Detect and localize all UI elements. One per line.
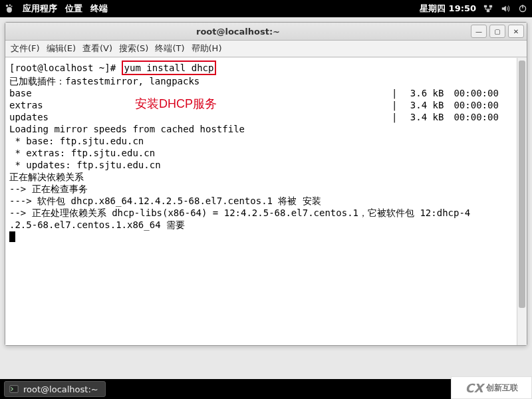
- terminal-line: .2.5-68.el7.centos.1.x86_64 需要: [9, 219, 185, 230]
- terminal-icon: [9, 384, 19, 394]
- network-icon[interactable]: [483, 3, 493, 14]
- terminal-window: root@localhost:~ — ▢ ✕ 文件(F) 编辑(E) 查看(V)…: [5, 22, 527, 346]
- terminal-line: Loading mirror speeds from cached hostfi…: [9, 124, 245, 134]
- menu-help[interactable]: 帮助(H): [192, 43, 222, 55]
- window-titlebar[interactable]: root@localhost:~ — ▢ ✕: [5, 23, 527, 41]
- scrollbar[interactable]: [517, 58, 527, 345]
- scrollbar-thumb[interactable]: [519, 61, 525, 308]
- svg-rect-4: [484, 5, 487, 8]
- terminal-output[interactable]: [root@localhost ~]# yum install dhcp 已加载…: [5, 57, 527, 345]
- window-title: root@localhost:~: [8, 27, 468, 37]
- taskbar-item-terminal[interactable]: root@localhost:~: [4, 381, 106, 397]
- menu-view[interactable]: 查看(V): [82, 43, 112, 55]
- window-maximize-button[interactable]: ▢: [489, 25, 505, 38]
- shell-prompt: [root@localhost ~]#: [9, 63, 122, 73]
- power-icon[interactable]: [517, 3, 528, 14]
- repo-row: updates|3.4 kB00:00:00: [9, 111, 523, 123]
- repo-row: extras|3.4 kB00:00:00: [9, 99, 523, 111]
- command-highlighted: yum install dhcp: [122, 61, 217, 75]
- terminal-line: --> 正在处理依赖关系 dhcp-libs(x86-64) = 12:4.2.…: [9, 207, 470, 218]
- svg-rect-9: [10, 386, 18, 393]
- svg-rect-8: [522, 5, 523, 8]
- svg-point-3: [7, 7, 12, 13]
- volume-icon[interactable]: [500, 3, 511, 14]
- taskbar-item-label: root@localhost:~: [23, 384, 98, 394]
- svg-point-2: [11, 5, 12, 7]
- terminal-line: 已加载插件：fastestmirror, langpacks: [9, 76, 200, 86]
- menu-edit[interactable]: 编辑(E): [47, 43, 76, 55]
- svg-rect-5: [489, 5, 492, 8]
- panel-terminal-launcher[interactable]: 终端: [90, 3, 108, 15]
- panel-applications[interactable]: 应用程序: [23, 3, 57, 15]
- window-minimize-button[interactable]: —: [471, 25, 487, 38]
- annotation-label: 安装DHCP服务: [135, 98, 217, 110]
- panel-datetime[interactable]: 星期四 19:50: [420, 3, 476, 15]
- terminal-line: * updates: ftp.sjtu.edu.cn: [9, 160, 161, 170]
- svg-point-0: [6, 5, 9, 7]
- menu-search[interactable]: 搜索(S): [119, 43, 148, 55]
- terminal-line: 正在解决依赖关系: [9, 172, 84, 182]
- menu-file[interactable]: 文件(F): [11, 43, 40, 55]
- watermark-logo: CX 创新互联: [451, 376, 532, 399]
- panel-places[interactable]: 位置: [65, 3, 82, 15]
- gnome-top-panel: 应用程序 位置 终端 星期四 19:50: [0, 0, 532, 17]
- terminal-line: * base: ftp.sjtu.edu.cn: [9, 136, 144, 146]
- terminal-cursor: [9, 231, 15, 242]
- terminal-line: --> 正在检查事务: [9, 184, 88, 194]
- menu-terminal[interactable]: 终端(T): [155, 43, 184, 55]
- terminal-line: * extras: ftp.sjtu.edu.cn: [9, 148, 155, 158]
- window-close-button[interactable]: ✕: [508, 25, 524, 38]
- terminal-menubar: 文件(F) 编辑(E) 查看(V) 搜索(S) 终端(T) 帮助(H): [5, 41, 527, 57]
- terminal-line: ---> 软件包 dhcp.x86_64.12.4.2.5-68.el7.cen…: [9, 196, 321, 206]
- repo-row: base|3.6 kB00:00:00: [9, 87, 523, 99]
- svg-point-1: [9, 5, 11, 6]
- gnome-foot-icon: [4, 3, 15, 14]
